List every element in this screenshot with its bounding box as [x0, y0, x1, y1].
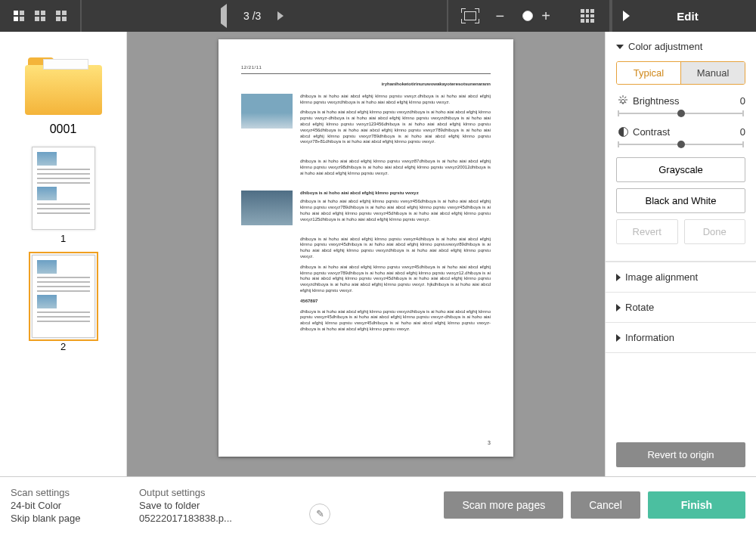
contrast-label: Contrast — [630, 126, 730, 138]
brightness-icon — [616, 97, 630, 106]
bottom-bar: Scan settings 24-bit Color Skip blank pa… — [0, 476, 756, 533]
page-header-code: 12/21/11 — [241, 65, 491, 71]
page-headline: iryhanihoketotirinuruwowakayoteresotsune… — [382, 82, 491, 88]
code-a: 4567897 — [300, 299, 491, 305]
brightness-row: Brightness 0 — [616, 95, 745, 107]
caret-right-icon — [616, 304, 621, 311]
information-label: Information — [625, 332, 674, 343]
thumbnail-panel: 0001 1 2 — [0, 32, 127, 476]
scan-settings-block: Scan settings 24-bit Color Skip blank pa… — [11, 487, 139, 524]
brightness-value: 0 — [730, 95, 745, 107]
information-header[interactable]: Information — [606, 322, 756, 353]
section-title: dhiboya is ai hoho aiai abcd efghij klmn… — [300, 191, 491, 197]
grayscale-button[interactable]: Grayscale — [616, 157, 745, 182]
rotate-label: Rotate — [625, 302, 654, 313]
output-filename: 05222017183838.p... — [139, 513, 436, 524]
color-adjustment-label: Color adjustment — [628, 41, 702, 52]
cancel-button[interactable]: Cancel — [571, 491, 640, 519]
preview-area[interactable]: 12/21/11 iryhanihoketotirinuruwowakayote… — [127, 32, 605, 476]
thumb-label-1: 1 — [6, 233, 120, 244]
thumb-label-2: 2 — [6, 341, 120, 352]
chevron-right-icon — [623, 11, 630, 21]
view-mode-1-icon[interactable] — [14, 11, 24, 21]
apps-grid-icon[interactable] — [581, 9, 594, 23]
view-mode-2-icon[interactable] — [35, 11, 45, 21]
page-preview: 12/21/11 iryhanihoketotirinuruwowakayote… — [218, 39, 513, 457]
zoom-control: − + — [492, 0, 611, 32]
zoom-slider[interactable] — [522, 15, 523, 17]
contrast-icon — [616, 127, 630, 137]
caret-right-icon — [616, 334, 621, 342]
color-adjustment-body: Typical Manual Brightness 0 Contrast 0 G… — [606, 61, 756, 262]
prev-page-icon[interactable] — [100, 4, 227, 28]
contrast-value: 0 — [730, 126, 745, 138]
output-destination: Save to folder — [139, 500, 436, 511]
edit-panel: Color adjustment Typical Manual Brightne… — [605, 32, 756, 476]
view-mode-group — [0, 0, 82, 32]
output-settings-header: Output settings — [139, 487, 436, 498]
folder-name: 0001 — [6, 122, 120, 136]
scan-skip-blank: Skip blank page — [11, 513, 139, 524]
mode-segment: Typical Manual — [616, 61, 745, 85]
top-toolbar: 3 /3 − + Edit — [0, 0, 756, 32]
typical-button[interactable]: Typical — [617, 62, 680, 84]
doc-image-1 — [241, 94, 293, 129]
revert-to-origin-button[interactable]: Revert to origin — [616, 442, 745, 467]
page-thumbnail-1[interactable] — [32, 147, 95, 230]
edit-panel-header[interactable]: Edit — [611, 0, 756, 32]
page-thumbnail-2[interactable] — [32, 255, 95, 338]
scan-color-mode: 24-bit Color — [11, 500, 139, 511]
edit-settings-icon[interactable]: ✎ — [309, 504, 330, 525]
brightness-label: Brightness — [630, 95, 730, 107]
zoom-in-icon[interactable]: + — [538, 8, 553, 25]
zoom-out-icon[interactable]: − — [492, 8, 507, 25]
folder-icon[interactable] — [22, 50, 105, 118]
caret-down-icon — [616, 45, 624, 49]
revert-button: Revert — [616, 219, 678, 244]
doc-image-2 — [241, 191, 293, 225]
page-indicator: 3 /3 — [243, 10, 261, 22]
scan-settings-header: Scan settings — [11, 487, 139, 498]
finish-button[interactable]: Finish — [648, 491, 745, 519]
contrast-slider[interactable] — [618, 144, 744, 145]
page-navigator: 3 /3 — [82, 0, 448, 32]
next-page-icon[interactable] — [277, 11, 429, 20]
edit-label: Edit — [630, 10, 756, 23]
black-white-button[interactable]: Black and White — [616, 188, 745, 213]
image-alignment-header[interactable]: Image alignment — [606, 262, 756, 292]
image-alignment-label: Image alignment — [625, 271, 698, 283]
done-button: Done — [684, 219, 746, 244]
fit-to-screen-icon[interactable] — [462, 9, 479, 23]
brightness-slider[interactable] — [618, 113, 744, 114]
contrast-row: Contrast 0 — [616, 126, 745, 138]
color-adjustment-header[interactable]: Color adjustment — [606, 32, 756, 61]
manual-button[interactable]: Manual — [680, 62, 745, 84]
scan-more-button[interactable]: Scan more pages — [444, 491, 563, 519]
view-mode-3-icon[interactable] — [56, 11, 67, 21]
caret-right-icon — [616, 274, 621, 281]
page-number: 3 — [488, 439, 491, 446]
rotate-header[interactable]: Rotate — [606, 292, 756, 322]
output-settings-block: Output settings Save to folder 052220171… — [139, 487, 436, 524]
